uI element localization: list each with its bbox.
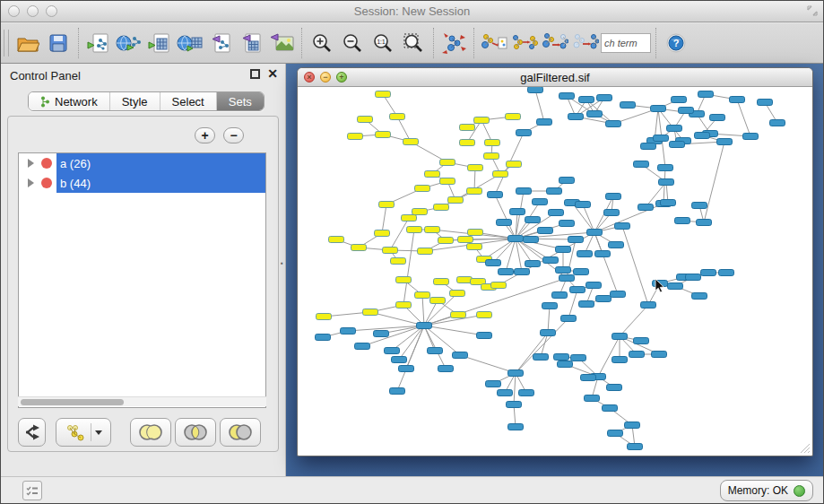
export-network-button[interactable] — [205, 27, 236, 59]
float-panel-icon[interactable] — [250, 69, 260, 79]
help-button[interactable]: ? — [661, 27, 691, 59]
graph-node — [434, 279, 449, 285]
search-input[interactable] — [601, 33, 651, 53]
import-network-file-button[interactable] — [83, 27, 114, 59]
export-image-button[interactable] — [266, 27, 297, 59]
clone-network-button[interactable] — [479, 27, 509, 59]
fullscreen-icon[interactable] — [807, 5, 818, 16]
graph-node — [363, 309, 378, 316]
tab-label: Style — [122, 95, 148, 109]
graph-node — [415, 186, 430, 192]
graph-node — [508, 236, 524, 242]
network-tree-icon — [40, 96, 50, 108]
list-item[interactable]: a (26) — [19, 153, 265, 173]
graph-node — [717, 139, 733, 145]
tab-network[interactable]: Network — [29, 92, 110, 110]
graph-node — [438, 366, 454, 372]
graph-node — [581, 375, 596, 381]
network-window-titlebar[interactable]: × − + galFiltered.sif — [298, 68, 812, 87]
panel-collapse-handle[interactable]: ▪ — [281, 259, 285, 268]
graph-node — [396, 277, 412, 283]
graph-node — [402, 215, 417, 222]
graph-node — [515, 269, 530, 275]
graph-node — [399, 366, 414, 372]
control-panel-header: Control Panel ✕ — [1, 64, 285, 87]
zoom-in-button[interactable] — [307, 27, 337, 59]
graph-node — [468, 165, 483, 171]
tab-select[interactable]: Select — [160, 92, 217, 110]
network-view-window[interactable]: × − + galFiltered.sif — [297, 67, 813, 456]
open-file-button[interactable] — [13, 27, 43, 59]
remove-set-button[interactable]: − — [223, 127, 244, 143]
graph-node — [524, 237, 539, 243]
graph-node — [543, 257, 559, 264]
intersection-button[interactable] — [175, 418, 216, 447]
graph-node — [641, 143, 656, 150]
graph-node — [606, 121, 621, 127]
union-button[interactable] — [130, 418, 171, 447]
resize-grip-icon[interactable] — [800, 443, 811, 454]
app-title: Session: New Session — [1, 4, 823, 18]
network-canvas[interactable] — [298, 87, 812, 452]
set-color-dot — [41, 178, 52, 188]
dropdown-caret-icon[interactable] — [95, 430, 102, 435]
graph-node — [652, 352, 667, 358]
graph-node — [474, 117, 490, 124]
add-set-button[interactable]: + — [195, 127, 215, 143]
tab-sets[interactable]: Sets — [217, 92, 264, 110]
create-view-button[interactable] — [509, 27, 540, 59]
graph-node — [628, 444, 643, 450]
graph-node — [612, 357, 628, 363]
import-table-file-button[interactable] — [144, 27, 175, 59]
graph-node — [491, 282, 507, 289]
graph-node — [493, 171, 508, 178]
venn-union-icon — [136, 423, 165, 441]
apply-layout-button[interactable] — [438, 27, 469, 59]
control-panel: Control Panel ✕ Network Style Select Set… — [1, 64, 286, 476]
toolbar-drag-handle[interactable] — [4, 30, 9, 56]
tab-style[interactable]: Style — [110, 92, 160, 110]
venn-intersection-icon — [181, 423, 210, 441]
import-network-url-button[interactable] — [114, 27, 144, 59]
split-set-button[interactable] — [18, 418, 46, 447]
network-diff-button[interactable] — [540, 27, 570, 59]
venn-difference-icon — [226, 423, 255, 441]
graph-node — [672, 97, 687, 103]
close-panel-icon[interactable]: ✕ — [267, 69, 278, 79]
graph-node — [552, 292, 568, 299]
zoom-selected-button[interactable] — [398, 27, 429, 59]
graph-node — [391, 258, 406, 265]
network-diff-fade-button[interactable] — [570, 27, 601, 59]
memory-status-button[interactable]: Memory: OK — [720, 480, 813, 501]
graph-node — [528, 87, 543, 93]
graph-node — [692, 203, 707, 209]
list-item[interactable]: b (44) — [19, 173, 265, 193]
import-table-url-button[interactable] — [175, 27, 205, 59]
graph-node — [525, 261, 541, 267]
zoom-fit-button[interactable]: 1:1 — [368, 27, 398, 59]
create-set-from-network-button[interactable] — [56, 418, 111, 447]
scrollbar-thumb[interactable] — [21, 399, 124, 405]
network-glyph-icon — [65, 423, 87, 441]
zoom-out-button[interactable] — [337, 27, 368, 59]
set-label: a (26) — [60, 157, 91, 170]
graph-node — [559, 93, 575, 100]
graph-node — [498, 390, 513, 396]
graph-node — [556, 267, 571, 274]
sets-list[interactable]: a (26) b (44) — [18, 152, 266, 408]
difference-button[interactable] — [220, 418, 261, 447]
graph-node — [448, 197, 464, 204]
main-toolbar: 1:1 ? — [1, 23, 823, 64]
expander-icon[interactable] — [28, 159, 34, 168]
horizontal-scrollbar[interactable] — [18, 396, 266, 406]
toolbar-separator — [473, 28, 474, 58]
task-history-button[interactable] — [22, 481, 42, 500]
save-session-button[interactable] — [43, 27, 74, 59]
expander-icon[interactable] — [28, 178, 34, 187]
toolbar-separator — [301, 28, 302, 58]
graph-node — [634, 338, 649, 344]
button-divider — [91, 423, 91, 441]
export-table-button[interactable] — [236, 27, 266, 59]
graph-node — [668, 283, 683, 290]
graph-node — [418, 248, 433, 255]
